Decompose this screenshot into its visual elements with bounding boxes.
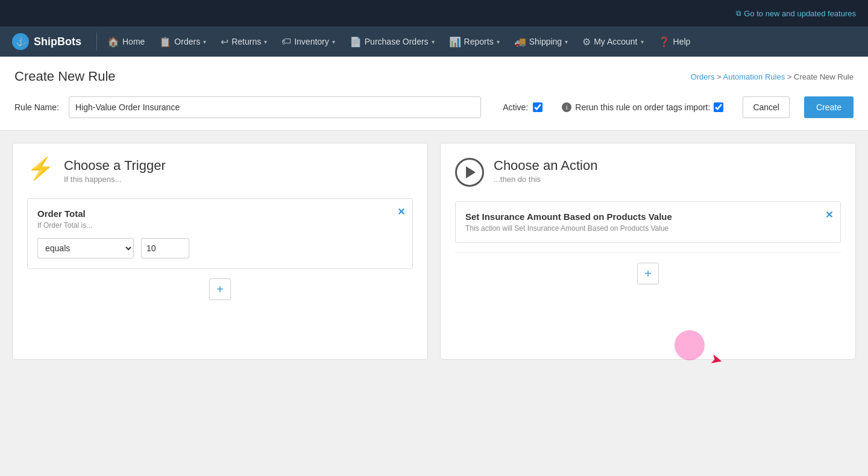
trigger-panel-subtitle: If this happens... bbox=[64, 175, 166, 184]
trigger-card-title: Order Total bbox=[37, 208, 403, 219]
nav-item-home[interactable]: 🏠 Home bbox=[100, 27, 152, 57]
orders-icon: 📋 bbox=[159, 36, 171, 48]
trigger-inputs: equals not equals greater than less than bbox=[37, 238, 403, 258]
page-header: Create New Rule Orders > Automation Rule… bbox=[14, 69, 854, 84]
panels-area: ⚡ Choose a Trigger If this happens... Or… bbox=[0, 131, 868, 372]
cancel-button[interactable]: Cancel bbox=[743, 96, 790, 118]
nav-item-purchase-orders[interactable]: 📄 Purchase Orders ▾ bbox=[342, 27, 442, 57]
returns-icon: ↩ bbox=[221, 36, 228, 48]
nav-item-orders[interactable]: 📋 Orders ▾ bbox=[152, 27, 213, 57]
play-icon bbox=[455, 158, 484, 187]
inventory-icon: 🏷 bbox=[281, 36, 291, 47]
add-action-button[interactable]: + bbox=[637, 263, 659, 284]
condition-select[interactable]: equals not equals greater than less than bbox=[37, 238, 134, 258]
action-remove-button[interactable]: ✕ bbox=[825, 209, 833, 221]
add-trigger-row: + bbox=[27, 278, 413, 300]
breadcrumb-current: Create New Rule bbox=[794, 72, 854, 81]
new-features-link[interactable]: Go to new and updated features bbox=[736, 9, 856, 18]
rule-name-label: Rule Name: bbox=[14, 102, 59, 112]
rerun-checkbox[interactable] bbox=[714, 102, 723, 112]
home-icon: 🏠 bbox=[107, 36, 119, 48]
rerun-section: i Rerun this rule on order tags import: bbox=[562, 102, 723, 112]
nav-label-returns: Returns bbox=[231, 37, 261, 46]
lightning-icon: ⚡ bbox=[27, 158, 54, 180]
help-icon: ❓ bbox=[658, 36, 670, 48]
trigger-panel-title: Choose a Trigger bbox=[64, 158, 166, 174]
trigger-card-subtitle: If Order Total is... bbox=[37, 221, 403, 230]
action-card: Set Insurance Amount Based on Products V… bbox=[455, 201, 841, 243]
add-trigger-button[interactable]: + bbox=[209, 278, 231, 300]
nav-label-reports: Reports bbox=[464, 37, 494, 46]
nav-item-my-account[interactable]: ⚙ My Account ▾ bbox=[575, 27, 650, 57]
nav-item-returns[interactable]: ↩ Returns ▾ bbox=[213, 27, 274, 57]
my-account-icon: ⚙ bbox=[582, 36, 591, 48]
my-account-caret: ▾ bbox=[641, 39, 644, 45]
logo[interactable]: ⚓ ShipBots bbox=[6, 33, 87, 50]
page-title: Create New Rule bbox=[14, 69, 116, 84]
content-header: Create New Rule Orders > Automation Rule… bbox=[0, 57, 868, 131]
add-action-row: + bbox=[455, 252, 841, 284]
breadcrumb-automation-rules[interactable]: Automation Rules bbox=[723, 72, 785, 81]
inventory-caret: ▾ bbox=[332, 39, 335, 45]
topbar: Go to new and updated features bbox=[0, 0, 868, 27]
active-section: Active: bbox=[503, 102, 542, 112]
rule-form-row: Rule Name: Active: i Rerun this rule on … bbox=[14, 96, 854, 118]
action-panel-subtitle: ...then do this bbox=[494, 175, 597, 184]
trigger-panel: ⚡ Choose a Trigger If this happens... Or… bbox=[12, 143, 428, 360]
nav-label-purchase-orders: Purchase Orders bbox=[365, 37, 429, 46]
logo-text: ShipBots bbox=[34, 36, 81, 48]
trigger-remove-button[interactable]: ✕ bbox=[397, 206, 405, 218]
nav-label-orders: Orders bbox=[174, 37, 200, 46]
nav-item-reports[interactable]: 📊 Reports ▾ bbox=[442, 27, 507, 57]
breadcrumb-sep1: > bbox=[717, 72, 723, 81]
trigger-panel-header: ⚡ Choose a Trigger If this happens... bbox=[27, 158, 413, 184]
navbar: ⚓ ShipBots 🏠 Home 📋 Orders ▾ ↩ Returns ▾… bbox=[0, 27, 868, 57]
reports-icon: 📊 bbox=[449, 36, 461, 48]
logo-icon: ⚓ bbox=[12, 33, 29, 50]
action-panel-titles: Choose an Action ...then do this bbox=[494, 158, 597, 184]
cursor-highlight bbox=[675, 330, 705, 360]
rule-name-input[interactable] bbox=[69, 96, 481, 118]
create-button[interactable]: Create bbox=[804, 96, 854, 118]
orders-caret: ▾ bbox=[203, 39, 206, 45]
cursor-arrow: ➤ bbox=[709, 350, 725, 369]
purchase-orders-icon: 📄 bbox=[350, 36, 362, 48]
breadcrumb-orders[interactable]: Orders bbox=[691, 72, 715, 81]
rerun-label: Rerun this rule on order tags import: bbox=[575, 102, 710, 112]
action-card-subtitle: This action will Set Insurance Amount Ba… bbox=[465, 224, 831, 233]
breadcrumb-sep2: > bbox=[787, 72, 794, 81]
nav-label-home: Home bbox=[122, 37, 145, 46]
nav-label-shipping: Shipping bbox=[529, 37, 562, 46]
nav-item-shipping[interactable]: 🚚 Shipping ▾ bbox=[507, 27, 576, 57]
trigger-card: Order Total If Order Total is... ✕ equal… bbox=[27, 198, 413, 269]
active-label: Active: bbox=[503, 102, 528, 112]
info-icon[interactable]: i bbox=[562, 102, 571, 112]
trigger-panel-titles: Choose a Trigger If this happens... bbox=[64, 158, 166, 184]
play-triangle bbox=[466, 166, 476, 178]
shipping-icon: 🚚 bbox=[514, 36, 526, 48]
reports-caret: ▾ bbox=[497, 39, 500, 45]
action-card-title: Set Insurance Amount Based on Products V… bbox=[465, 211, 831, 222]
action-panel-title: Choose an Action bbox=[494, 158, 597, 174]
shipping-caret: ▾ bbox=[565, 39, 568, 45]
returns-caret: ▾ bbox=[264, 39, 267, 45]
nav-item-help[interactable]: ❓ Help bbox=[651, 27, 698, 57]
action-panel-header: Choose an Action ...then do this bbox=[455, 158, 841, 187]
active-checkbox[interactable] bbox=[533, 102, 542, 112]
nav-label-inventory: Inventory bbox=[294, 37, 329, 46]
nav-divider bbox=[96, 33, 97, 51]
purchase-orders-caret: ▾ bbox=[432, 39, 435, 45]
action-panel: Choose an Action ...then do this Set Ins… bbox=[440, 143, 856, 360]
nav-item-inventory[interactable]: 🏷 Inventory ▾ bbox=[274, 27, 342, 57]
breadcrumb: Orders > Automation Rules > Create New R… bbox=[691, 72, 854, 81]
condition-value-input[interactable] bbox=[141, 238, 189, 258]
nav-label-help: Help bbox=[673, 37, 691, 46]
nav-label-my-account: My Account bbox=[594, 37, 637, 46]
